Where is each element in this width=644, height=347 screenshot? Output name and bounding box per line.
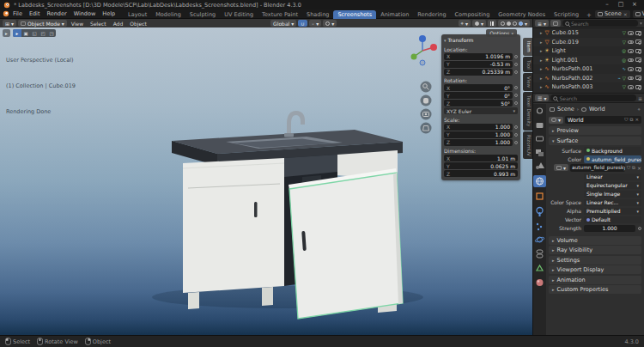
hide-viewport-icon[interactable] [628,31,634,35]
tab-layout[interactable]: Layout [124,10,151,19]
animate-decorator-icon[interactable] [514,125,518,129]
dimensions-z-field[interactable]: Z0.993 m [444,170,518,177]
select-new-icon[interactable]: ▣ [21,29,30,37]
tab-shading[interactable]: Shading [302,10,333,19]
tab-constraints[interactable] [537,250,543,258]
show-gizmo-dropdown[interactable]: ⌖▾ [459,20,471,27]
scale-y-field[interactable]: Y1.000 [444,131,513,138]
hide-viewport-icon[interactable] [628,67,634,71]
tab-view-layer[interactable] [536,149,544,156]
outliner-row-nurbspath001[interactable]: ▸∿NurbsPath.001∿ [533,64,644,74]
animate-decorator-icon[interactable] [514,55,518,58]
shading-material-icon[interactable] [513,21,517,26]
properties-editor-dropdown[interactable]: ☰▾ [535,94,549,101]
3d-viewport[interactable]: ⊞▾ Object Mode▾ View Select Add Object G… [0,19,532,335]
hide-viewport-icon[interactable] [628,58,634,63]
outliner-row-light001[interactable]: ▸☀Light.001◎ [533,56,644,65]
projection-dropdown[interactable]: Equirectangular▾ [584,182,641,190]
sidebar-tab-view[interactable]: View [523,73,532,91]
show-overlays-dropdown[interactable]: ▾ [472,20,486,27]
editor-type-dropdown[interactable]: ⊞▾ [3,20,16,27]
hide-viewport-icon[interactable] [628,49,634,53]
disable-render-icon[interactable] [635,58,641,62]
outliner-editor-dropdown[interactable]: ≡▾ [535,20,549,27]
animate-decorator-icon[interactable] [514,133,518,137]
scene-selector[interactable]: Scene × [595,10,630,18]
tab-compositing[interactable]: Compositing [451,10,495,19]
world-name-field[interactable]: World ⛉⧉× [565,116,641,124]
section-preview[interactable]: ▸Preview [549,126,641,135]
menu-edit[interactable]: Edit [26,10,44,17]
sidebar-tab-tool[interactable]: Tool [523,57,532,73]
scene-unlink-icon[interactable]: × [623,11,628,17]
tab-geometry-nodes[interactable]: Geometry Nodes [494,10,550,19]
outliner-search-input[interactable] [562,20,638,27]
section-surface[interactable]: ▾Surface [549,137,641,145]
viewport-canvas[interactable]: ▸ ▸ ▣ ◱ ◰ ◳ Options▾ User Perspective (L… [0,27,532,335]
animate-decorator-icon[interactable] [638,227,641,230]
toggle-xray-button[interactable] [488,20,496,27]
image-unlink-icon[interactable]: × [637,165,641,171]
vector-field[interactable]: Default [584,216,641,224]
rotation-y-field[interactable]: Y0° [444,92,513,99]
section-ray-visibility[interactable]: ▸Ray Visibility [549,246,641,254]
rotation-x-field[interactable]: X0° [444,84,513,91]
animate-decorator-icon[interactable] [514,86,518,89]
alpha-dropdown[interactable]: Premultiplied▾ [584,208,641,216]
tab-animation[interactable]: Animation [376,10,413,19]
animate-decorator-icon[interactable] [514,70,518,74]
toolbar-expand-button[interactable]: ▸ [3,29,10,37]
outliner-filter-collection-icon[interactable] [550,20,561,27]
location-y-field[interactable]: Y-0.53 m [444,61,513,68]
scale-x-field[interactable]: X1.000 [444,124,513,131]
animate-decorator-icon[interactable] [514,94,518,97]
close-button[interactable]: × [629,1,641,9]
location-x-field[interactable]: X1.0196 m [444,53,513,60]
filter-funnel-icon[interactable] [640,21,642,27]
image-new-icon[interactable]: ⧉ [632,165,635,171]
shading-rendered-icon[interactable] [519,21,523,26]
menu-help[interactable]: Help [99,10,118,17]
breadcrumb-world[interactable]: World [589,106,605,113]
rotation-mode-dropdown[interactable]: XYZ Euler▾ [444,107,518,114]
select-subtract-icon[interactable]: ◰ [39,29,47,37]
tab-object-data[interactable] [537,265,543,271]
strength-field[interactable]: 1.000 [584,225,635,233]
pin-icon[interactable]: ⌖ [638,106,641,113]
properties-options-icon[interactable]: ≡ [638,95,642,101]
rotation-z-field[interactable]: Z50° [444,100,513,107]
tab-material[interactable] [537,279,544,286]
section-volume[interactable]: ▸Volume [549,236,641,245]
navigation-gizmo[interactable] [405,30,447,142]
location-z-field[interactable]: Z0.25339 m [444,69,513,76]
color-space-dropdown[interactable]: Linear Rec...▾ [584,199,641,207]
animate-decorator-icon[interactable] [514,63,518,66]
outliner-row-nurbspath002[interactable]: ▸∿NurbsPath.002⌁▽ [533,74,644,83]
outliner-row-cube015[interactable]: ▸▽Cube.015▽ [533,28,644,38]
menu-viewport-object[interactable]: Object [127,21,149,27]
tab-physics[interactable] [535,236,545,243]
tweak-tool-button[interactable]: ▸ [13,29,21,37]
tab-scripting[interactable]: Scripting [550,10,583,19]
interpolation-dropdown[interactable]: Linear▾ [584,174,641,181]
shading-wireframe-icon[interactable] [501,21,505,26]
dimensions-y-field[interactable]: Y0.0625 m [444,162,518,169]
proportional-edit-dropdown[interactable]: ▾ [323,20,337,27]
tab-modeling[interactable]: Modeling [151,10,185,19]
menu-window[interactable]: Window [70,10,100,17]
disable-render-icon[interactable] [635,40,641,44]
tab-object[interactable] [537,193,543,199]
fake-user-icon[interactable]: ⛉ [624,117,628,123]
breadcrumb-scene[interactable]: Scene [557,106,574,113]
hide-viewport-icon[interactable] [628,40,634,45]
hide-viewport-icon[interactable] [628,85,634,89]
animate-decorator-icon[interactable] [514,141,518,144]
tab-world[interactable] [533,175,546,187]
world-browse-dropdown[interactable]: ▾ [549,117,563,124]
tab-modifiers[interactable] [537,208,543,217]
properties-search-input[interactable] [550,94,636,101]
outliner-row-light[interactable]: ▸☀Light◎ [533,46,644,56]
disable-render-icon[interactable] [635,67,641,71]
tab-uv-editing[interactable]: UV Editing [220,10,258,19]
disable-render-icon[interactable] [635,85,641,89]
